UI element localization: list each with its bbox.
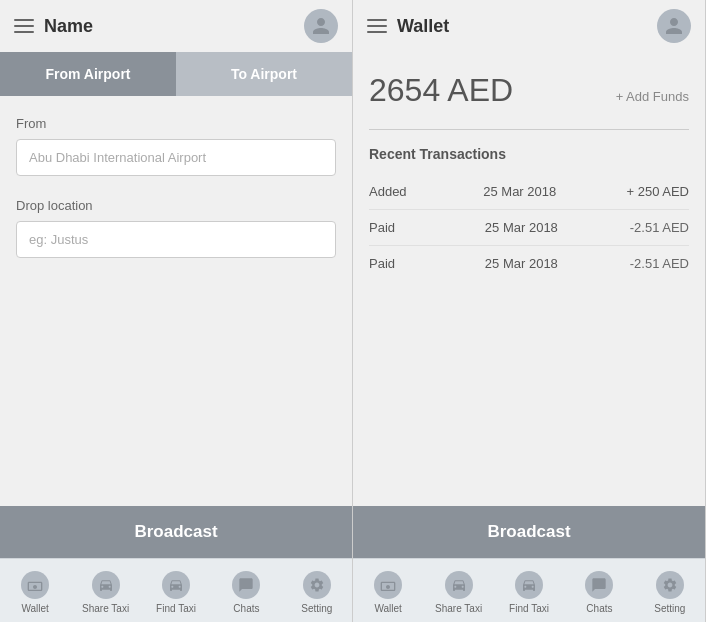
content-1: From Drop location xyxy=(0,96,352,321)
wallet-icon-2 xyxy=(374,571,402,599)
drop-label: Drop location xyxy=(16,198,336,213)
screen-2: Wallet 2654 AED + Add Funds Recent Trans… xyxy=(353,0,706,622)
tx-type-1: Paid xyxy=(369,220,413,235)
app-title-1: Name xyxy=(44,16,93,37)
tx-date-0: 25 Mar 2018 xyxy=(413,184,626,199)
tx-type-2: Paid xyxy=(369,256,413,271)
nav-wallet-1[interactable]: Wallet xyxy=(0,567,70,618)
wallet-balance: 2654 AED xyxy=(369,72,513,109)
nav-find-taxi-2[interactable]: Find Taxi xyxy=(494,567,564,618)
header-left-1: Name xyxy=(14,16,93,37)
wallet-icon xyxy=(21,571,49,599)
nav-share-taxi-label-2: Share Taxi xyxy=(435,603,482,614)
nav-setting-2[interactable]: Setting xyxy=(635,567,705,618)
balance-divider xyxy=(369,129,689,130)
avatar-icon-2[interactable] xyxy=(657,9,691,43)
nav-chats-label-1: Chats xyxy=(233,603,259,614)
tx-date-2: 25 Mar 2018 xyxy=(413,256,630,271)
header-1: Name xyxy=(0,0,352,52)
header-left-2: Wallet xyxy=(367,16,449,37)
content-2: 2654 AED + Add Funds Recent Transactions… xyxy=(353,52,705,299)
bottom-nav-1: Wallet Share Taxi Find Taxi Chats Settin… xyxy=(0,558,352,622)
hamburger-icon-2[interactable] xyxy=(367,19,387,33)
transaction-row-0: Added 25 Mar 2018 + 250 AED xyxy=(369,174,689,210)
nav-chats-label-2: Chats xyxy=(586,603,612,614)
app-title-2: Wallet xyxy=(397,16,449,37)
tab-bar-1: From Airport To Airport xyxy=(0,52,352,96)
hamburger-icon[interactable] xyxy=(14,19,34,33)
nav-setting-label-2: Setting xyxy=(654,603,685,614)
tab-from-airport[interactable]: From Airport xyxy=(0,52,176,96)
tab-to-airport[interactable]: To Airport xyxy=(176,52,352,96)
recent-transactions-title: Recent Transactions xyxy=(369,146,689,162)
nav-wallet-label-1: Wallet xyxy=(21,603,48,614)
nav-share-taxi-1[interactable]: Share Taxi xyxy=(70,567,140,618)
nav-setting-1[interactable]: Setting xyxy=(282,567,352,618)
nav-wallet-2[interactable]: Wallet xyxy=(353,567,423,618)
tx-amount-2: -2.51 AED xyxy=(630,256,689,271)
find-taxi-icon xyxy=(162,571,190,599)
nav-wallet-label-2: Wallet xyxy=(374,603,401,614)
drop-group: Drop location xyxy=(16,198,336,276)
tx-date-1: 25 Mar 2018 xyxy=(413,220,630,235)
find-taxi-icon-2 xyxy=(515,571,543,599)
chats-icon-2 xyxy=(585,571,613,599)
tx-amount-0: + 250 AED xyxy=(626,184,689,199)
tx-type-0: Added xyxy=(369,184,413,199)
avatar-icon-1[interactable] xyxy=(304,9,338,43)
nav-share-taxi-2[interactable]: Share Taxi xyxy=(423,567,493,618)
from-label: From xyxy=(16,116,336,131)
setting-icon-1 xyxy=(303,571,331,599)
nav-find-taxi-1[interactable]: Find Taxi xyxy=(141,567,211,618)
nav-setting-label-1: Setting xyxy=(301,603,332,614)
add-funds-button[interactable]: + Add Funds xyxy=(616,89,689,104)
nav-share-taxi-label-1: Share Taxi xyxy=(82,603,129,614)
nav-chats-1[interactable]: Chats xyxy=(211,567,281,618)
bottom-nav-2: Wallet Share Taxi Find Taxi Chats Settin… xyxy=(353,558,705,622)
transaction-row-2: Paid 25 Mar 2018 -2.51 AED xyxy=(369,246,689,281)
screen-1: Name From Airport To Airport From Drop l… xyxy=(0,0,353,622)
drop-input[interactable] xyxy=(16,221,336,258)
tx-amount-1: -2.51 AED xyxy=(630,220,689,235)
setting-icon-2 xyxy=(656,571,684,599)
share-taxi-icon xyxy=(92,571,120,599)
nav-chats-2[interactable]: Chats xyxy=(564,567,634,618)
transaction-row-1: Paid 25 Mar 2018 -2.51 AED xyxy=(369,210,689,246)
header-2: Wallet xyxy=(353,0,705,52)
transactions-list: Added 25 Mar 2018 + 250 AED Paid 25 Mar … xyxy=(369,174,689,281)
broadcast-button-1[interactable]: Broadcast xyxy=(0,506,352,558)
share-taxi-icon-2 xyxy=(445,571,473,599)
broadcast-button-2[interactable]: Broadcast xyxy=(353,506,705,558)
chats-icon-1 xyxy=(232,571,260,599)
from-input[interactable] xyxy=(16,139,336,176)
from-group: From xyxy=(16,116,336,194)
nav-find-taxi-label-1: Find Taxi xyxy=(156,603,196,614)
balance-row: 2654 AED + Add Funds xyxy=(369,72,689,113)
nav-find-taxi-label-2: Find Taxi xyxy=(509,603,549,614)
